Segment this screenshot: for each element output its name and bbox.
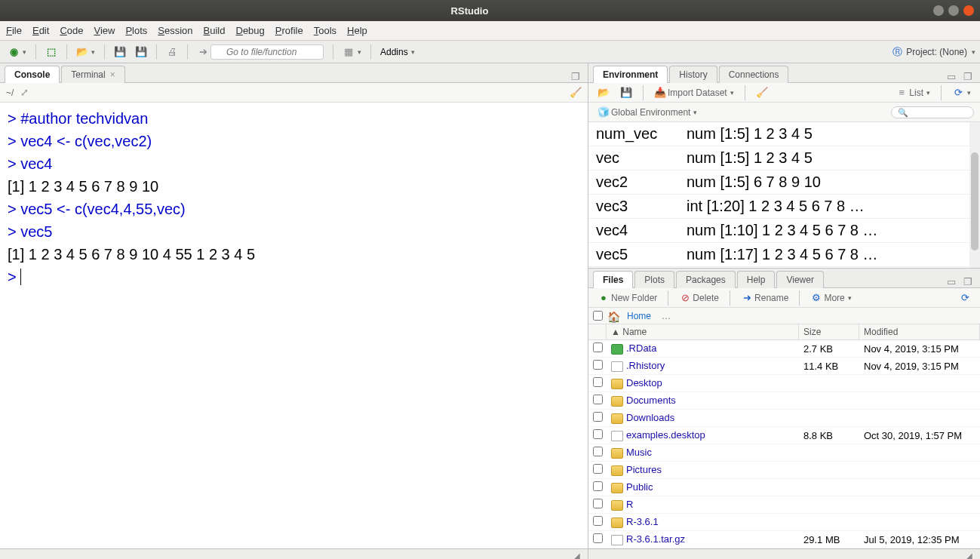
collapse-icon[interactable]: ▭ bbox=[945, 275, 957, 287]
breadcrumb-home[interactable]: Home bbox=[627, 311, 651, 321]
col-modified-header[interactable]: Modified bbox=[859, 324, 980, 339]
resize-handle-icon[interactable]: ◢ bbox=[571, 549, 583, 559]
env-row[interactable]: vec4num [1:10] 1 2 3 4 5 6 7 8 … bbox=[588, 219, 980, 243]
file-name[interactable]: Desktop bbox=[626, 377, 662, 389]
file-row[interactable]: .Rhistory11.4 KBNov 4, 2019, 3:15 PM bbox=[588, 358, 980, 375]
tab-terminal[interactable]: Terminal× bbox=[61, 66, 124, 83]
menu-profile[interactable]: Profile bbox=[275, 25, 303, 36]
file-row[interactable]: Documents bbox=[588, 392, 980, 410]
tab-environment[interactable]: Environment bbox=[593, 66, 668, 83]
menu-file[interactable]: File bbox=[6, 25, 22, 36]
file-name[interactable]: R-3.6.1 bbox=[626, 516, 659, 527]
rename-button[interactable]: ➜ Rename bbox=[738, 290, 791, 306]
environment-list[interactable]: num_vecnum [1:5] 1 2 3 4 5vecnum [1:5] 1… bbox=[588, 122, 980, 268]
file-checkbox[interactable] bbox=[593, 499, 603, 508]
file-checkbox[interactable] bbox=[593, 412, 603, 422]
maximize-pane-icon[interactable]: ❐ bbox=[962, 70, 974, 82]
file-row[interactable]: Pictures bbox=[588, 462, 980, 479]
console-prompt[interactable]: > bbox=[8, 266, 580, 288]
file-checkbox[interactable] bbox=[593, 342, 603, 352]
menu-view[interactable]: View bbox=[94, 25, 115, 36]
file-name[interactable]: .RData bbox=[626, 342, 656, 354]
save-workspace-button[interactable]: 💾 bbox=[617, 85, 635, 100]
menu-edit[interactable]: Edit bbox=[32, 25, 49, 36]
file-checkbox[interactable] bbox=[593, 516, 603, 526]
file-row[interactable]: Music bbox=[588, 444, 980, 462]
window-pop-icon[interactable]: ❐ bbox=[570, 70, 582, 82]
file-row[interactable]: Downloads bbox=[588, 410, 980, 427]
goto-file-input[interactable] bbox=[210, 45, 324, 60]
import-dataset-button[interactable]: 📥 Import Dataset▾ bbox=[651, 85, 737, 100]
file-name[interactable]: Public bbox=[626, 481, 653, 493]
scrollbar[interactable] bbox=[969, 122, 980, 268]
delete-button[interactable]: ⊘ Delete bbox=[676, 290, 722, 306]
env-row[interactable]: vec2num [1:5] 6 7 8 9 10 bbox=[588, 170, 980, 195]
maximize-button[interactable] bbox=[948, 5, 959, 16]
file-checkbox[interactable] bbox=[593, 447, 603, 456]
file-name[interactable]: Pictures bbox=[626, 464, 662, 475]
file-row[interactable]: .RData2.7 KBNov 4, 2019, 3:15 PM bbox=[588, 340, 980, 358]
clear-workspace-button[interactable]: 🧹 bbox=[753, 85, 771, 100]
file-checkbox[interactable] bbox=[593, 481, 603, 491]
menu-session[interactable]: Session bbox=[158, 25, 192, 36]
more-ellipsis-icon[interactable]: … bbox=[660, 310, 672, 322]
menu-help[interactable]: Help bbox=[347, 25, 367, 36]
file-row[interactable]: R-3.6.1 bbox=[588, 514, 980, 531]
tab-viewer[interactable]: Viewer bbox=[776, 271, 823, 288]
new-folder-button[interactable]: ● New Folder bbox=[594, 290, 660, 306]
file-row[interactable]: R bbox=[588, 496, 980, 514]
select-all-checkbox[interactable] bbox=[593, 311, 603, 321]
expand-icon[interactable]: ⤢ bbox=[18, 87, 30, 99]
col-name-header[interactable]: ▲ Name bbox=[607, 324, 799, 339]
minimize-button[interactable] bbox=[933, 5, 944, 16]
tab-help[interactable]: Help bbox=[737, 271, 776, 288]
file-name[interactable]: R-3.6.1.tar.gz bbox=[626, 533, 685, 545]
file-row[interactable]: R-3.6.1.tar.gz29.1 MBJul 5, 2019, 12:35 … bbox=[588, 531, 980, 548]
broom-icon[interactable]: 🧹 bbox=[570, 87, 582, 99]
more-button[interactable]: ⚙ More▾ bbox=[807, 290, 854, 306]
scrollbar-thumb[interactable] bbox=[971, 152, 978, 250]
env-search-input[interactable] bbox=[891, 106, 974, 118]
menu-code[interactable]: Code bbox=[60, 25, 83, 36]
file-row[interactable]: examples.desktop8.8 KBOct 30, 2019, 1:57… bbox=[588, 427, 980, 444]
file-checkbox[interactable] bbox=[593, 464, 603, 474]
file-row[interactable]: Desktop bbox=[588, 375, 980, 392]
file-name[interactable]: Music bbox=[626, 447, 652, 458]
menu-plots[interactable]: Plots bbox=[125, 25, 147, 36]
refresh-files-button[interactable]: ⟳ bbox=[956, 290, 974, 306]
tab-connections[interactable]: Connections bbox=[719, 66, 789, 83]
tab-packages[interactable]: Packages bbox=[676, 271, 736, 288]
new-file-button[interactable]: ◉▾ bbox=[5, 45, 29, 60]
console-output[interactable]: > #author techvidvan> vec4 <- c(vec,vec2… bbox=[0, 103, 588, 548]
tab-plots[interactable]: Plots bbox=[634, 271, 674, 288]
project-selector[interactable]: Ⓡ Project: (None) ▾ bbox=[891, 46, 975, 58]
file-name[interactable]: .Rhistory bbox=[626, 360, 665, 371]
grid-button[interactable]: ▦▾ bbox=[339, 45, 364, 60]
menu-build[interactable]: Build bbox=[204, 25, 226, 36]
print-button[interactable]: 🖨 bbox=[163, 45, 181, 60]
new-project-button[interactable]: ⬚ bbox=[42, 45, 60, 60]
file-row[interactable]: Public bbox=[588, 479, 980, 496]
refresh-env-button[interactable]: ⟳▾ bbox=[949, 85, 974, 100]
maximize-pane-icon[interactable]: ❐ bbox=[962, 275, 974, 287]
tab-history[interactable]: History bbox=[669, 66, 717, 83]
file-name[interactable]: R bbox=[626, 499, 633, 510]
tab-files[interactable]: Files bbox=[593, 271, 633, 288]
resize-handle-icon[interactable]: ◢ bbox=[963, 549, 975, 559]
file-checkbox[interactable] bbox=[593, 377, 603, 387]
file-checkbox[interactable] bbox=[593, 533, 603, 543]
load-workspace-button[interactable]: 📂 bbox=[594, 85, 613, 100]
save-button[interactable]: 💾 bbox=[111, 45, 129, 60]
menu-debug[interactable]: Debug bbox=[236, 25, 265, 36]
menu-tools[interactable]: Tools bbox=[314, 25, 336, 36]
addins-button[interactable]: Addins▾ bbox=[377, 45, 418, 59]
files-list[interactable]: .RData2.7 KBNov 4, 2019, 3:15 PM.Rhistor… bbox=[588, 340, 980, 548]
env-row[interactable]: vecnum [1:5] 1 2 3 4 5 bbox=[588, 146, 980, 170]
save-all-button[interactable]: 💾 bbox=[132, 45, 150, 60]
close-button[interactable] bbox=[963, 5, 974, 16]
file-name[interactable]: examples.desktop bbox=[626, 429, 705, 441]
file-checkbox[interactable] bbox=[593, 429, 603, 439]
open-file-button[interactable]: 📂▾ bbox=[73, 45, 98, 60]
home-icon[interactable]: 🏠 bbox=[607, 311, 619, 321]
tab-console[interactable]: Console bbox=[5, 66, 60, 83]
